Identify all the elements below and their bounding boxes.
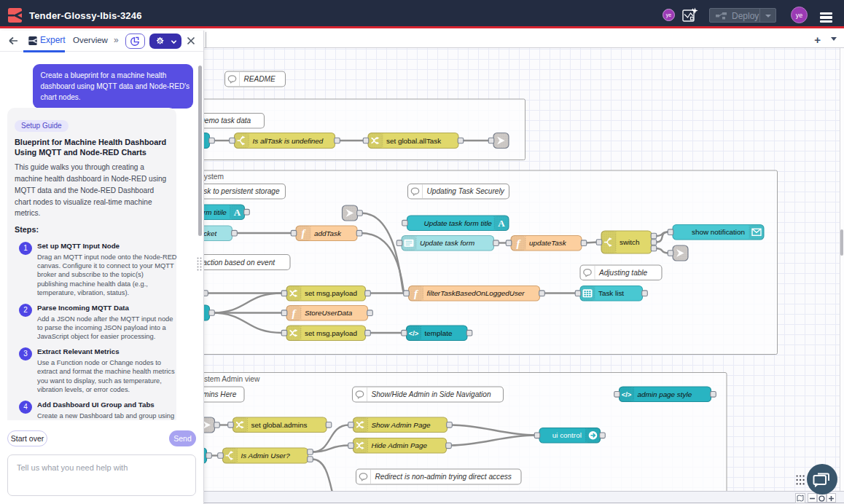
svg-text:set global.admins: set global.admins [251, 421, 308, 429]
svg-text:admin page style: admin page style [638, 390, 692, 398]
svg-text:System Admin view: System Admin view [204, 375, 260, 383]
svg-text:System: System [204, 173, 224, 181]
svg-text:Demo task data: Demo task data [204, 117, 251, 125]
svg-text:Take action based on event: Take action based on event [204, 259, 276, 267]
svg-text:switch: switch [620, 238, 639, 246]
svg-text:Task list: Task list [598, 289, 624, 297]
svg-text:form titile: form titile [204, 208, 227, 216]
svg-text:set msg.payload: set msg.payload [305, 329, 357, 337]
svg-text:A: A [498, 218, 505, 229]
svg-text:updateTask: updateTask [529, 239, 567, 247]
svg-text:set msg.payload: set msg.payload [305, 289, 357, 297]
svg-text:Updating Task Securely: Updating Task Securely [427, 187, 505, 195]
svg-text:A: A [234, 207, 241, 218]
svg-text:Adjusting table: Adjusting table [598, 269, 648, 277]
svg-text:Update task form: Update task form [420, 239, 474, 247]
svg-text:filterTaskBasedOnLoggedUser: filterTaskBasedOnLoggedUser [427, 289, 525, 297]
svg-text:template: template [425, 329, 453, 337]
svg-text:</>: </> [409, 329, 419, 337]
svg-text:README: README [244, 75, 276, 83]
svg-text:Show Admin Page: Show Admin Page [372, 421, 431, 429]
svg-text:Show/Hide Admin in Side Naviga: Show/Hide Admin in Side Navigation [372, 390, 491, 398]
svg-text:Redirect is non-admin trying d: Redirect is non-admin trying direct acce… [375, 473, 512, 481]
svg-text:ui control: ui control [552, 431, 582, 439]
svg-text:</>: </> [622, 390, 632, 398]
svg-text:show notification: show notification [692, 228, 745, 236]
svg-text:Manage Admins Here: Manage Admins Here [204, 390, 237, 398]
svg-text:set global.allTask: set global.allTask [386, 137, 441, 145]
svg-text:Is Admin User?: Is Admin User? [241, 452, 291, 460]
svg-text:Ticket: Ticket [204, 229, 218, 237]
svg-text:Hide Admin Page: Hide Admin Page [372, 441, 428, 449]
svg-text:StoreUserData: StoreUserData [305, 309, 353, 317]
svg-text:Is allTask is undefined: Is allTask is undefined [253, 137, 324, 145]
svg-text:Update task form title: Update task form title [424, 219, 493, 227]
svg-text:addTask: addTask [314, 229, 342, 237]
svg-text:Save task to persistent storag: Save task to persistent storage [204, 187, 280, 195]
